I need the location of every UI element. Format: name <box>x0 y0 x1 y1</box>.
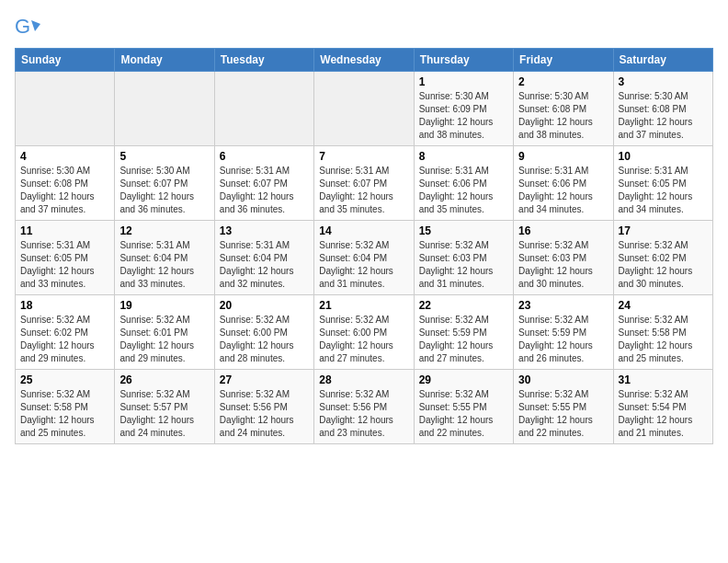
logo: G <box>15 15 44 40</box>
day-info: Sunrise: 5:32 AM Sunset: 5:58 PM Dayligh… <box>619 314 708 365</box>
day-number: 21 <box>319 299 408 312</box>
day-info: Sunrise: 5:32 AM Sunset: 6:04 PM Dayligh… <box>319 239 408 291</box>
day-info: Sunrise: 5:32 AM Sunset: 5:59 PM Dayligh… <box>419 314 508 365</box>
day-cell: 23Sunrise: 5:32 AM Sunset: 5:59 PM Dayli… <box>514 295 613 370</box>
day-number: 16 <box>518 224 608 237</box>
day-info: Sunrise: 5:32 AM Sunset: 5:54 PM Dayligh… <box>619 388 708 440</box>
day-info: Sunrise: 5:30 AM Sunset: 6:07 PM Dayligh… <box>119 165 209 216</box>
day-cell: 26Sunrise: 5:32 AM Sunset: 5:57 PM Dayli… <box>115 370 214 444</box>
day-cell: 11Sunrise: 5:31 AM Sunset: 6:05 PM Dayli… <box>16 221 115 295</box>
column-header-tuesday: Tuesday <box>214 49 313 72</box>
day-cell <box>115 72 214 146</box>
day-cell: 30Sunrise: 5:32 AM Sunset: 5:55 PM Dayli… <box>514 370 613 444</box>
week-row-3: 11Sunrise: 5:31 AM Sunset: 6:05 PM Dayli… <box>16 221 713 295</box>
day-info: Sunrise: 5:32 AM Sunset: 6:03 PM Dayligh… <box>518 239 608 291</box>
week-row-2: 4Sunrise: 5:30 AM Sunset: 6:08 PM Daylig… <box>16 146 713 221</box>
day-info: Sunrise: 5:32 AM Sunset: 5:55 PM Dayligh… <box>518 388 608 440</box>
day-info: Sunrise: 5:32 AM Sunset: 6:01 PM Dayligh… <box>119 314 209 365</box>
day-info: Sunrise: 5:32 AM Sunset: 6:02 PM Dayligh… <box>619 239 708 291</box>
day-cell: 9Sunrise: 5:31 AM Sunset: 6:06 PM Daylig… <box>514 146 613 221</box>
day-number: 7 <box>319 150 408 163</box>
day-cell: 5Sunrise: 5:30 AM Sunset: 6:07 PM Daylig… <box>115 146 214 221</box>
logo-icon: G <box>15 15 40 40</box>
day-cell: 6Sunrise: 5:31 AM Sunset: 6:07 PM Daylig… <box>214 146 313 221</box>
day-cell <box>314 72 414 146</box>
day-info: Sunrise: 5:31 AM Sunset: 6:04 PM Dayligh… <box>220 239 309 291</box>
day-cell: 10Sunrise: 5:31 AM Sunset: 6:05 PM Dayli… <box>613 146 712 221</box>
day-number: 11 <box>20 224 109 237</box>
day-number: 29 <box>419 373 508 386</box>
day-number: 25 <box>20 373 109 386</box>
day-info: Sunrise: 5:30 AM Sunset: 6:08 PM Dayligh… <box>619 90 708 142</box>
day-number: 10 <box>619 150 708 163</box>
calendar-header: SundayMondayTuesdayWednesdayThursdayFrid… <box>16 49 713 72</box>
day-number: 18 <box>20 299 109 312</box>
day-cell: 31Sunrise: 5:32 AM Sunset: 5:54 PM Dayli… <box>613 370 712 444</box>
day-number: 28 <box>319 373 408 386</box>
column-header-friday: Friday <box>514 49 613 72</box>
day-number: 17 <box>619 224 708 237</box>
day-number: 4 <box>20 150 109 163</box>
day-cell: 29Sunrise: 5:32 AM Sunset: 5:55 PM Dayli… <box>414 370 513 444</box>
day-info: Sunrise: 5:32 AM Sunset: 5:56 PM Dayligh… <box>220 388 309 440</box>
day-cell: 28Sunrise: 5:32 AM Sunset: 5:56 PM Dayli… <box>314 370 414 444</box>
week-row-5: 25Sunrise: 5:32 AM Sunset: 5:58 PM Dayli… <box>16 370 713 444</box>
day-number: 26 <box>119 373 209 386</box>
day-number: 5 <box>119 150 209 163</box>
column-header-saturday: Saturday <box>613 49 712 72</box>
day-info: Sunrise: 5:30 AM Sunset: 6:08 PM Dayligh… <box>20 165 109 216</box>
day-cell: 7Sunrise: 5:31 AM Sunset: 6:07 PM Daylig… <box>314 146 414 221</box>
column-header-sunday: Sunday <box>16 49 115 72</box>
day-info: Sunrise: 5:32 AM Sunset: 5:59 PM Dayligh… <box>518 314 608 365</box>
column-header-thursday: Thursday <box>414 49 513 72</box>
day-info: Sunrise: 5:30 AM Sunset: 6:09 PM Dayligh… <box>419 90 508 142</box>
column-header-wednesday: Wednesday <box>314 49 414 72</box>
day-info: Sunrise: 5:31 AM Sunset: 6:06 PM Dayligh… <box>419 165 508 216</box>
day-info: Sunrise: 5:32 AM Sunset: 5:58 PM Dayligh… <box>20 388 109 440</box>
day-cell: 13Sunrise: 5:31 AM Sunset: 6:04 PM Dayli… <box>214 221 313 295</box>
day-info: Sunrise: 5:31 AM Sunset: 6:06 PM Dayligh… <box>518 165 608 216</box>
day-number: 15 <box>419 224 508 237</box>
day-info: Sunrise: 5:32 AM Sunset: 5:56 PM Dayligh… <box>319 388 408 440</box>
day-info: Sunrise: 5:31 AM Sunset: 6:07 PM Dayligh… <box>319 165 408 216</box>
day-cell: 25Sunrise: 5:32 AM Sunset: 5:58 PM Dayli… <box>16 370 115 444</box>
day-cell: 4Sunrise: 5:30 AM Sunset: 6:08 PM Daylig… <box>16 146 115 221</box>
day-number: 13 <box>220 224 309 237</box>
day-info: Sunrise: 5:31 AM Sunset: 6:05 PM Dayligh… <box>619 165 708 216</box>
day-cell <box>16 72 115 146</box>
day-number: 23 <box>518 299 608 312</box>
day-cell: 21Sunrise: 5:32 AM Sunset: 6:00 PM Dayli… <box>314 295 414 370</box>
day-cell: 27Sunrise: 5:32 AM Sunset: 5:56 PM Dayli… <box>214 370 313 444</box>
day-cell: 24Sunrise: 5:32 AM Sunset: 5:58 PM Dayli… <box>613 295 712 370</box>
day-number: 6 <box>220 150 309 163</box>
day-number: 3 <box>619 75 708 88</box>
svg-text:G: G <box>15 15 30 38</box>
day-cell: 20Sunrise: 5:32 AM Sunset: 6:00 PM Dayli… <box>214 295 313 370</box>
day-number: 22 <box>419 299 508 312</box>
day-cell: 17Sunrise: 5:32 AM Sunset: 6:02 PM Dayli… <box>613 221 712 295</box>
day-number: 1 <box>419 75 508 88</box>
day-cell: 12Sunrise: 5:31 AM Sunset: 6:04 PM Dayli… <box>115 221 214 295</box>
week-row-4: 18Sunrise: 5:32 AM Sunset: 6:02 PM Dayli… <box>16 295 713 370</box>
day-cell: 2Sunrise: 5:30 AM Sunset: 6:08 PM Daylig… <box>514 72 613 146</box>
day-info: Sunrise: 5:31 AM Sunset: 6:07 PM Dayligh… <box>220 165 309 216</box>
day-cell: 22Sunrise: 5:32 AM Sunset: 5:59 PM Dayli… <box>414 295 513 370</box>
day-info: Sunrise: 5:32 AM Sunset: 6:00 PM Dayligh… <box>220 314 309 365</box>
day-number: 31 <box>619 373 708 386</box>
calendar-table: SundayMondayTuesdayWednesdayThursdayFrid… <box>15 48 713 444</box>
day-info: Sunrise: 5:31 AM Sunset: 6:04 PM Dayligh… <box>119 239 209 291</box>
day-number: 24 <box>619 299 708 312</box>
day-cell: 19Sunrise: 5:32 AM Sunset: 6:01 PM Dayli… <box>115 295 214 370</box>
week-row-1: 1Sunrise: 5:30 AM Sunset: 6:09 PM Daylig… <box>16 72 713 146</box>
day-number: 8 <box>419 150 508 163</box>
day-cell: 3Sunrise: 5:30 AM Sunset: 6:08 PM Daylig… <box>613 72 712 146</box>
day-cell: 1Sunrise: 5:30 AM Sunset: 6:09 PM Daylig… <box>414 72 513 146</box>
day-number: 12 <box>119 224 209 237</box>
day-cell: 16Sunrise: 5:32 AM Sunset: 6:03 PM Dayli… <box>514 221 613 295</box>
day-cell: 14Sunrise: 5:32 AM Sunset: 6:04 PM Dayli… <box>314 221 414 295</box>
day-number: 20 <box>220 299 309 312</box>
svg-marker-1 <box>31 20 40 31</box>
day-cell: 8Sunrise: 5:31 AM Sunset: 6:06 PM Daylig… <box>414 146 513 221</box>
day-cell <box>214 72 313 146</box>
day-cell: 15Sunrise: 5:32 AM Sunset: 6:03 PM Dayli… <box>414 221 513 295</box>
